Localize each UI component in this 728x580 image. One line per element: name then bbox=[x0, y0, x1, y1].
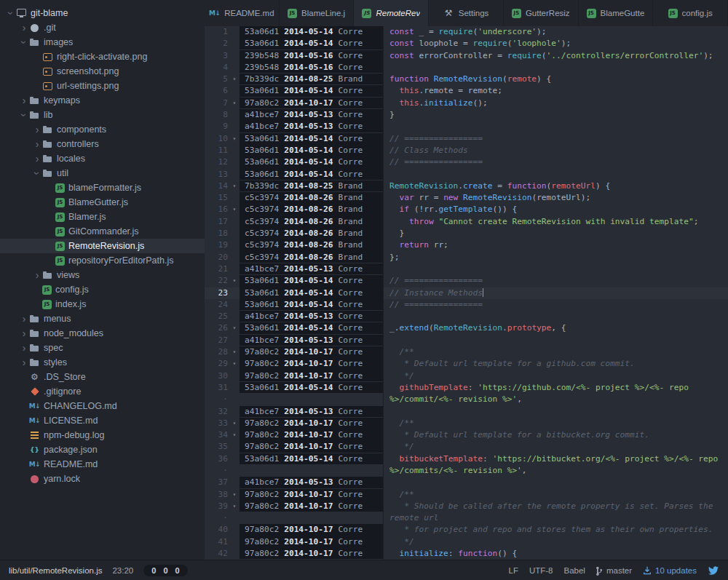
editor-row-38[interactable]: 38▾97a80c22014-10-17Corre /** bbox=[205, 489, 728, 501]
blame-annotation[interactable]: 53a06d12014-05-14Corre bbox=[240, 169, 383, 180]
git-branch[interactable]: master bbox=[596, 565, 632, 576]
tree-item-license-md[interactable]: M↓LICENSE.md bbox=[0, 413, 205, 428]
blame-annotation[interactable]: c5c39742014-08-26Brand bbox=[240, 228, 383, 239]
editor-row-15[interactable]: 15c5c39742014-08-26Brand var rr = new Re… bbox=[205, 192, 728, 204]
editor-row-28[interactable]: 28▾97a80c22014-10-17Corre /** bbox=[205, 346, 728, 358]
tree-item-git-blame[interactable]: ›git-blame bbox=[0, 6, 205, 20]
blame-annotation[interactable]: 97a80c22014-10-17Corre bbox=[240, 358, 383, 370]
tree-item-blamer-js[interactable]: JSBlamer.js bbox=[0, 210, 205, 224]
tree-item-controllers[interactable]: ›controllers bbox=[0, 137, 205, 151]
editor-row-14[interactable]: 14▾7b339dc2014-08-25BrandRemoteRevision.… bbox=[205, 180, 728, 192]
chevron-right-icon[interactable]: › bbox=[32, 124, 42, 135]
editor-row-32[interactable]: 32a41bce72014-05-13Corre bbox=[205, 406, 728, 418]
blame-annotation[interactable]: a41bce72014-05-13Corre bbox=[240, 121, 383, 132]
chevron-right-icon[interactable]: › bbox=[19, 95, 29, 106]
tab-settings[interactable]: ⚒Settings bbox=[429, 0, 504, 26]
blame-annotation[interactable]: c5c39742014-08-26Brand bbox=[240, 204, 383, 215]
tab-gutterresiz[interactable]: JSGutterResiz bbox=[504, 0, 579, 26]
tree-item-right-click-activate-png[interactable]: right-click-activate.png bbox=[0, 49, 205, 64]
editor-row-41[interactable]: 4197a80c22014-10-17Corre */ bbox=[205, 536, 728, 548]
blame-annotation[interactable]: a41bce72014-05-13Corre bbox=[240, 477, 383, 488]
tree-item-remoterevision-js[interactable]: JSRemoteRevision.js bbox=[0, 239, 205, 253]
blame-annotation[interactable]: 97a80c22014-10-17Corre bbox=[240, 489, 383, 501]
tree-item-readme-md[interactable]: M↓README.md bbox=[0, 457, 205, 472]
chevron-down-icon[interactable]: › bbox=[6, 8, 16, 18]
blame-annotation[interactable]: 53a06d12014-05-14Corre bbox=[240, 38, 383, 49]
blame-expand-icon[interactable]: ▾ bbox=[229, 204, 240, 215]
tree-item-components[interactable]: ›components bbox=[0, 122, 205, 137]
blame-annotation[interactable]: 97a80c22014-10-17Corre bbox=[240, 524, 383, 536]
editor-row-7[interactable]: 7▾97a80c22014-10-17Corre this.initialize… bbox=[205, 98, 728, 109]
editor-row-42[interactable]: 4297a80c22014-10-17Corre initialize: fun… bbox=[205, 548, 728, 560]
tree-item-spec[interactable]: ›spec bbox=[0, 341, 205, 355]
editor-row-30[interactable]: 3097a80c22014-10-17Corre */ bbox=[205, 370, 728, 382]
blame-expand-icon[interactable]: ▾ bbox=[229, 98, 240, 109]
tree-item-ds-store[interactable]: ⚙.DS_Store bbox=[0, 370, 205, 384]
tree-item-views[interactable]: ›views bbox=[0, 268, 205, 282]
editor-row-2[interactable]: 253a06d12014-05-14Correconst loophole = … bbox=[205, 38, 728, 49]
updates-indicator[interactable]: 10 updates bbox=[643, 566, 697, 575]
tree-item-blameformatter-js[interactable]: JSblameFormatter.js bbox=[0, 180, 205, 195]
editor-row-36[interactable]: 3653a06d12014-05-14Corre bitbucketTempla… bbox=[205, 453, 728, 465]
editor-row-wrap[interactable]: ·remote url bbox=[205, 512, 728, 524]
editor-row-19[interactable]: 19c5c39742014-08-26Brand return rr; bbox=[205, 239, 728, 251]
cursor-position[interactable]: 23:20 bbox=[112, 566, 133, 575]
editor-row-1[interactable]: 153a06d12014-05-14Correconst _ = require… bbox=[205, 26, 728, 38]
tree-item-yarn-lock[interactable]: yarn.lock bbox=[0, 472, 205, 486]
blame-annotation[interactable]: c5c39742014-08-26Brand bbox=[240, 192, 383, 204]
editor-row-9[interactable]: 9a41bce72014-05-13Corre bbox=[205, 121, 728, 132]
tree-item-keymaps[interactable]: ›keymaps bbox=[0, 93, 205, 108]
grammar-indicator[interactable]: Babel bbox=[564, 566, 585, 575]
tab-remoterev[interactable]: JSRemoteRev bbox=[354, 0, 429, 26]
tab-blameline-j[interactable]: JSBlameLine.j bbox=[280, 0, 355, 26]
editor-row-39[interactable]: 39▾97a80c22014-10-17Corre * Should be ca… bbox=[205, 501, 728, 512]
blame-annotation[interactable]: c5c39742014-08-26Brand bbox=[240, 239, 383, 251]
tree-item-images[interactable]: ›images bbox=[0, 35, 205, 49]
blame-annotation[interactable]: a41bce72014-05-13Corre bbox=[240, 311, 383, 322]
editor-row-8[interactable]: 8a41bce72014-05-13Corre} bbox=[205, 109, 728, 121]
blame-annotation[interactable]: 97a80c22014-10-17Corre bbox=[240, 346, 383, 358]
tree-item-styles[interactable]: ›styles bbox=[0, 355, 205, 370]
editor-row-23[interactable]: 2353a06d12014-05-14Corre// Instance Meth… bbox=[205, 287, 728, 299]
editor-row-22[interactable]: 22▾53a06d12014-05-14Corre// ============… bbox=[205, 275, 728, 287]
chevron-down-icon[interactable]: › bbox=[19, 110, 29, 120]
blame-annotation[interactable]: c5c39742014-08-26Brand bbox=[240, 216, 383, 228]
tree-item-git[interactable]: ›.git bbox=[0, 20, 205, 35]
blame-annotation[interactable]: 53a06d12014-05-14Corre bbox=[240, 287, 383, 299]
blame-annotation[interactable]: a41bce72014-05-13Corre bbox=[240, 263, 383, 275]
line-ending-indicator[interactable]: LF bbox=[508, 566, 518, 575]
text-editor[interactable]: 153a06d12014-05-14Correconst _ = require… bbox=[205, 26, 728, 560]
blame-expand-icon[interactable]: ▾ bbox=[229, 275, 240, 287]
blame-annotation[interactable]: c5c39742014-08-26Brand bbox=[240, 252, 383, 263]
blame-annotation[interactable]: 97a80c22014-10-17Corre bbox=[240, 370, 383, 382]
blame-annotation[interactable]: 53a06d12014-05-14Corre bbox=[240, 453, 383, 465]
blame-annotation[interactable]: 97a80c22014-10-17Corre bbox=[240, 441, 383, 453]
chevron-down-icon[interactable]: › bbox=[32, 168, 42, 178]
blame-annotation[interactable]: 53a06d12014-05-14Corre bbox=[240, 133, 383, 145]
tab-config-js[interactable]: JSconfig.js bbox=[653, 0, 728, 26]
tree-item-blamegutter-js[interactable]: JSBlameGutter.js bbox=[0, 195, 205, 210]
editor-row-21[interactable]: 21a41bce72014-05-13Corre bbox=[205, 263, 728, 275]
blame-annotation[interactable]: a41bce72014-05-13Corre bbox=[240, 109, 383, 121]
chevron-right-icon[interactable]: › bbox=[19, 357, 29, 368]
tab-blamegutte[interactable]: JSBlameGutte bbox=[579, 0, 654, 26]
blame-expand-icon[interactable]: ▾ bbox=[229, 180, 240, 192]
tree-item-npm-debug-log[interactable]: npm-debug.log bbox=[0, 428, 205, 442]
blame-annotation[interactable]: a41bce72014-05-13Corre bbox=[240, 335, 383, 346]
tree-item-locales[interactable]: ›locales bbox=[0, 151, 205, 166]
blame-expand-icon[interactable]: ▾ bbox=[229, 358, 240, 370]
blame-annotation[interactable]: 97a80c22014-10-17Corre bbox=[240, 501, 383, 512]
editor-row-26[interactable]: 26▾53a06d12014-05-14Corre_.extend(Remote… bbox=[205, 322, 728, 334]
tree-item-gitignore[interactable]: .gitignore bbox=[0, 384, 205, 399]
editor-row-12[interactable]: 1253a06d12014-05-14Corre// =============… bbox=[205, 156, 728, 168]
blame-annotation[interactable]: 53a06d12014-05-14Corre bbox=[240, 322, 383, 334]
file-path[interactable]: lib/util/RemoteRevision.js bbox=[9, 566, 102, 575]
blame-annotation[interactable]: 239b5482014-05-16Corre bbox=[240, 62, 383, 74]
blame-annotation[interactable]: 53a06d12014-05-14Corre bbox=[240, 275, 383, 287]
editor-row-24[interactable]: 2453a06d12014-05-14Corre// =============… bbox=[205, 299, 728, 311]
blame-annotation[interactable]: 7b339dc2014-08-25Brand bbox=[240, 74, 383, 85]
chevron-right-icon[interactable]: › bbox=[19, 23, 29, 33]
blame-annotation[interactable]: 7b339dc2014-08-25Brand bbox=[240, 180, 383, 192]
blame-annotation[interactable]: 53a06d12014-05-14Corre bbox=[240, 299, 383, 311]
chevron-right-icon[interactable]: › bbox=[19, 314, 29, 324]
